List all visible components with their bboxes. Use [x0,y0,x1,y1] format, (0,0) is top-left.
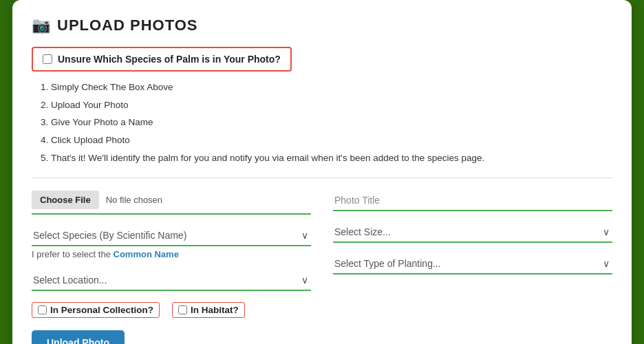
unsure-checkbox-label[interactable]: Unsure Which Species of Palm is in Your … [32,47,292,72]
common-name-prefix: I prefer to select the [32,249,111,259]
planting-select-wrapper: Select Type of Planting... ∨ [333,254,612,275]
step-4: Click Upload Photo [51,131,612,149]
upload-form: Choose File No file chosen Select Specie… [32,191,612,344]
choose-file-button[interactable]: Choose File [32,191,99,209]
section-divider [32,178,612,178]
step-3: Give Your Photo a Name [51,114,612,131]
unsure-label: Unsure Which Species of Palm is in Your … [58,54,281,65]
photo-title-input[interactable] [333,191,612,211]
in-habitat-text: In Habitat? [191,305,239,315]
in-habitat-label[interactable]: In Habitat? [172,302,245,318]
size-select-wrapper: Select Size... ∨ [333,222,612,243]
common-name-link[interactable]: Common Name [114,249,179,259]
step-2: Upload Your Photo [51,96,612,114]
unsure-checkbox[interactable] [43,54,52,64]
common-name-row: I prefer to select the Common Name [32,249,311,259]
checkboxes-row: In Personal Collection? In Habitat? [32,302,311,318]
personal-collection-label[interactable]: In Personal Collection? [32,302,160,318]
location-field: Select Location... ∨ [32,270,311,291]
species-field: Select Species (By Scientific Name) ∨ I … [32,226,311,259]
personal-collection-checkbox[interactable] [38,305,47,314]
species-select-wrapper: Select Species (By Scientific Name) ∨ [32,226,311,246]
photo-title-field [333,191,612,211]
no-file-text: No file chosen [106,195,162,205]
in-habitat-checkbox[interactable] [178,305,187,314]
step-5: That's it! We'll identify the palm for y… [51,149,612,167]
planting-type-select[interactable]: Select Type of Planting... [333,254,612,273]
species-select[interactable]: Select Species (By Scientific Name) [32,226,311,245]
planting-type-field: Select Type of Planting... ∨ [333,254,612,275]
steps-list: Simply Check The Box Above Upload Your P… [32,78,612,166]
page-title: UPLOAD PHOTOS [57,17,198,34]
personal-collection-text: In Personal Collection? [50,305,153,315]
file-field: Choose File No file chosen [32,191,311,215]
step-1: Simply Check The Box Above [51,78,612,96]
location-select-wrapper: Select Location... ∨ [32,270,311,291]
size-select[interactable]: Select Size... [333,222,612,241]
upload-photo-button[interactable]: Upload Photo [32,330,125,344]
page-header: 📷 UPLOAD PHOTOS [32,17,612,34]
location-select[interactable]: Select Location... [32,270,311,290]
upload-photos-card: 📷 UPLOAD PHOTOS Unsure Which Species of … [12,0,632,344]
size-field: Select Size... ∨ [333,222,612,243]
camera-icon: 📷 [32,17,50,34]
